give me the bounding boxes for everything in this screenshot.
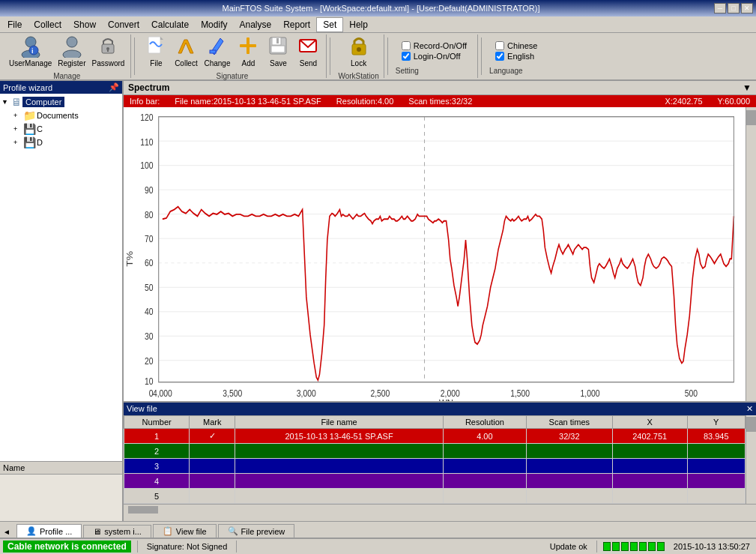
password-icon <box>96 34 120 58</box>
tree-icon-d: 💾 <box>23 136 36 148</box>
sig-collect-button[interactable]: Collect <box>172 32 199 69</box>
tree-node-documents[interactable]: + 📁 Documents <box>13 109 121 122</box>
menu-modify[interactable]: Modify <box>195 18 233 31</box>
chart-container: 120 110 100 90 80 70 60 50 40 30 20 10 0 <box>124 107 746 401</box>
password-button[interactable]: Password <box>91 32 127 69</box>
lock-button[interactable]: Lock <box>345 32 372 69</box>
svg-text:4,000: 4,000 <box>153 388 172 398</box>
table-row-2[interactable]: 2 <box>124 444 746 459</box>
tree-expand-c[interactable]: + <box>13 125 22 133</box>
view-file-header: View file ✕ <box>124 403 756 415</box>
sig-send-icon <box>296 34 320 58</box>
menu-calculate[interactable]: Calculate <box>145 18 195 31</box>
svg-text:120: 120 <box>140 112 153 122</box>
sig-file-label: File <box>150 59 162 67</box>
cell-y-1: 83.945 <box>687 429 745 444</box>
chart-scrollbar-v[interactable] <box>746 107 756 401</box>
chinese-checkbox[interactable] <box>495 41 504 50</box>
spectrum-chart[interactable]: 120 110 100 90 80 70 60 50 40 30 20 10 0 <box>124 107 746 401</box>
manage-group-label: Manage <box>53 72 80 80</box>
sig-save-button[interactable]: Save <box>264 32 291 69</box>
setting-checkboxes: Record-On/Off Login-On/Off <box>396 38 473 64</box>
table-row-3[interactable]: 3 <box>124 459 746 474</box>
info-y: Y:60.000 <box>718 97 750 106</box>
tab-filepreview-label: File preview <box>241 527 285 536</box>
status-sep-1 <box>137 541 138 553</box>
chart-area[interactable]: 120 110 100 90 80 70 60 50 40 30 20 10 0 <box>124 107 756 401</box>
name-section-header: Name <box>0 462 122 475</box>
minimize-button[interactable]: ─ <box>714 3 726 13</box>
view-file-scrollbar-v[interactable] <box>746 415 756 504</box>
datetime-status: 2015-10-13 13:50:27 <box>671 542 753 551</box>
h-scroll-thumb[interactable] <box>128 506 158 514</box>
tab-profile[interactable]: 👤 Profile ... <box>16 524 82 538</box>
sig-file-button[interactable]: File <box>142 32 169 69</box>
tab-viewfile[interactable]: 📋 View file <box>153 524 217 538</box>
menu-show[interactable]: Show <box>67 18 102 31</box>
lock-icon <box>347 34 371 58</box>
menu-report[interactable]: Report <box>277 18 316 31</box>
view-file-scroll-thumb[interactable] <box>746 417 756 432</box>
menu-collect[interactable]: Collect <box>28 18 67 31</box>
register-button[interactable]: Register <box>56 32 87 69</box>
tab-scroll-left[interactable]: ◄ <box>0 526 13 538</box>
maximize-button[interactable]: □ <box>728 3 740 13</box>
cell-x-1: 2402.751 <box>612 429 687 444</box>
menu-help[interactable]: Help <box>343 18 374 31</box>
view-file-scrollbar-h[interactable] <box>124 504 756 514</box>
tree-node-computer[interactable]: ▼ 🖥 Computer <box>1 95 121 109</box>
workstation-icons: Lock <box>345 32 372 69</box>
toolbar-sep-2 <box>330 37 330 75</box>
info-scantimes: Scan times:32/32 <box>408 97 472 106</box>
sig-add-button[interactable]: Add <box>235 32 261 69</box>
record-onoff-row: Record-On/Off <box>402 41 467 50</box>
scrollbar-thumb-v[interactable] <box>746 110 756 125</box>
menu-file[interactable]: File <box>1 18 28 31</box>
signature-status: Signature: Not Signed <box>144 542 231 551</box>
login-onoff-label: Login-On/Off <box>414 52 461 61</box>
sig-send-button[interactable]: Send <box>294 32 321 69</box>
spectrum-dropdown-arrow[interactable]: ▼ <box>743 82 752 93</box>
table-row-4[interactable]: 4 <box>124 474 746 489</box>
info-filename: File name:2015-10-13 13-46-51 SP.ASF <box>175 97 321 106</box>
status-sep-3 <box>596 541 597 553</box>
svg-point-2 <box>29 46 38 55</box>
tree-node-d[interactable]: + 💾 D <box>13 136 121 149</box>
menu-convert[interactable]: Convert <box>102 18 145 31</box>
profile-wizard-pin[interactable]: 📌 <box>109 82 119 92</box>
record-onoff-checkbox[interactable] <box>402 41 411 50</box>
svg-rect-15 <box>276 38 279 43</box>
english-checkbox[interactable] <box>495 52 504 61</box>
sig-change-button[interactable]: Change <box>202 32 232 69</box>
svg-text:100: 100 <box>140 160 153 170</box>
cell-number-5: 5 <box>124 489 190 504</box>
view-file-table: Number Mark File name Resolution Scan ti… <box>124 415 746 504</box>
menu-bar: File Collect Show Convert Calculate Modi… <box>0 16 756 33</box>
update-status: Update ok <box>547 542 590 551</box>
table-row-5[interactable]: 5 <box>124 489 746 504</box>
cell-number-1: 1 <box>124 429 190 444</box>
manage-icons: i UserManage Register Password <box>7 32 126 69</box>
menu-set[interactable]: Set <box>316 17 343 32</box>
close-button[interactable]: ✕ <box>741 3 753 13</box>
usermanage-button[interactable]: i UserManage <box>7 32 53 69</box>
tab-system[interactable]: 🖥 system i... <box>83 525 151 538</box>
tab-viewfile-icon: 📋 <box>163 526 173 536</box>
tree-expand-computer[interactable]: ▼ <box>1 98 10 106</box>
svg-rect-16 <box>271 46 285 52</box>
login-onoff-checkbox[interactable] <box>402 52 411 61</box>
status-bar: Cable network is connected Signature: No… <box>0 538 756 554</box>
tab-filepreview[interactable]: 🔍 File preview <box>218 524 295 538</box>
tree-node-c[interactable]: + 💾 C <box>13 122 121 136</box>
menu-analyse[interactable]: Analyse <box>233 18 277 31</box>
language-checkboxes: Chinese English <box>489 38 543 64</box>
view-file-close[interactable]: ✕ <box>746 404 753 414</box>
table-row-1[interactable]: 1 ✓ 2015-10-13 13-46-51 SP.ASF 4.00 32/3… <box>124 429 746 444</box>
col-header-scantimes: Scan times <box>526 416 612 429</box>
sig-file-icon <box>144 34 168 58</box>
toolbar-group-language: Chinese English Language <box>485 34 548 78</box>
english-row: English <box>495 52 537 61</box>
tree-expand-documents[interactable]: + <box>13 112 22 119</box>
tree-expand-d[interactable]: + <box>13 139 22 146</box>
signature-icons: File Collect Change Add <box>142 32 321 69</box>
